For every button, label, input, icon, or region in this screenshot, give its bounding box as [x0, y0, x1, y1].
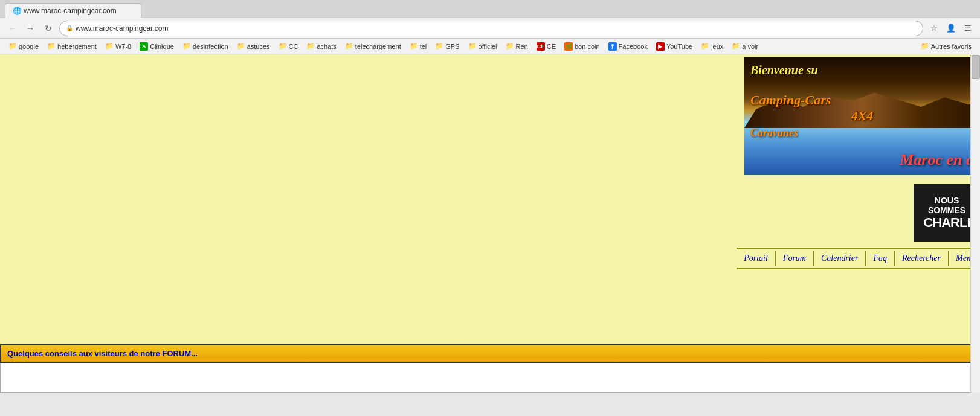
- folder-icon: 📁: [279, 42, 287, 50]
- bm-w7-8-label: W7-8: [115, 43, 131, 50]
- site-banner: Bienvenue su Camping-Cars 4X4 Caravanes …: [744, 57, 980, 175]
- bm-clinique-label: Clinique: [150, 43, 174, 50]
- bm-hebergement-label: hebergement: [57, 43, 97, 50]
- banner-4x4: 4X4: [750, 108, 974, 124]
- banner-image: Bienvenue su Camping-Cars 4X4 Caravanes …: [744, 57, 980, 175]
- bm-ren[interactable]: 📁 Ren: [502, 41, 532, 51]
- bm-other-label: Autres favoris: [931, 43, 972, 50]
- folder-icon: 📁: [237, 42, 245, 50]
- folder-icon: 📁: [8, 42, 17, 50]
- tab-favicon: 🌐: [13, 7, 22, 15]
- bm-desinfection[interactable]: 📁 desinfection: [179, 41, 232, 51]
- charlie-sommes: SOMMES: [928, 205, 965, 215]
- bm-telechargement-label: telechargement: [355, 43, 401, 50]
- banner-camping-cars: Camping-Cars: [750, 92, 974, 108]
- bm-hebergement[interactable]: 📁 hebergement: [44, 41, 100, 51]
- bm-youtube-label: YouTube: [666, 43, 692, 50]
- bm-other-favorites[interactable]: 📁 Autres favoris: [917, 41, 975, 51]
- folder-icon: 📁: [468, 42, 477, 50]
- bm-gps-label: GPS: [445, 43, 459, 50]
- forward-button[interactable]: →: [23, 21, 37, 36]
- bm-google-label: google: [19, 43, 39, 50]
- bm-achats[interactable]: 📁 achats: [303, 41, 340, 51]
- folder-icon: 📁: [410, 42, 418, 50]
- browser-window: 🌐 www.maroc-campingcar.com ← → ↻ 🔒 www.m…: [0, 0, 980, 416]
- bm-cc-label: CC: [289, 43, 298, 50]
- toolbar-right: ☆ 👤 ☰: [927, 21, 975, 36]
- folder-icon: 📁: [47, 42, 56, 50]
- banner-caravanes: Caravanes: [750, 127, 974, 139]
- url-display: www.maroc-campingcar.com: [76, 24, 168, 33]
- folder-icon: 📁: [345, 42, 353, 50]
- bm-tel[interactable]: 📁 tel: [406, 41, 431, 51]
- banner-maroc: Maroc en a: [900, 151, 974, 169]
- announcement-title[interactable]: Quelques conseils aux visiteurs de notre…: [7, 349, 198, 358]
- charlie-nous: NOUS: [935, 196, 959, 205]
- nav-portail[interactable]: Portail: [737, 251, 776, 266]
- address-bar-row: ← → ↻ 🔒 www.maroc-campingcar.com ☆ 👤 ☰: [0, 18, 980, 39]
- bm-cc[interactable]: 📁 CC: [275, 41, 302, 51]
- bm-a-voir[interactable]: 📁 a voir: [728, 41, 762, 51]
- page-content-area: Bienvenue su Camping-Cars 4X4 Caravanes …: [0, 54, 980, 393]
- profile-icon[interactable]: 👤: [944, 21, 958, 36]
- folder-icon: 📁: [701, 42, 709, 50]
- folder-icon: 📁: [105, 42, 114, 50]
- bm-desinfection-label: desinfection: [193, 43, 228, 50]
- bm-google[interactable]: 📁 google: [5, 41, 42, 51]
- tab-bar: 🌐 www.maroc-campingcar.com: [0, 0, 980, 18]
- scrollbar-thumb[interactable]: [972, 55, 980, 79]
- menu-icon[interactable]: ☰: [961, 21, 975, 36]
- nav-menu: Portail Forum Calendrier Faq Rechercher …: [737, 248, 980, 269]
- announcement-bar: Quelques conseils aux visiteurs de notre…: [0, 344, 980, 363]
- bm-a-voir-label: a voir: [742, 43, 758, 50]
- folder-icon: 📁: [306, 42, 315, 50]
- folder-icon: 📁: [435, 42, 443, 50]
- folder-icon: 📁: [732, 42, 740, 50]
- star-icon[interactable]: ☆: [927, 21, 941, 36]
- nav-calendrier[interactable]: Calendrier: [814, 251, 866, 266]
- bm-facebook-label: Facebook: [619, 43, 648, 50]
- scrollbar-track[interactable]: [970, 54, 980, 393]
- ce-icon: CE: [537, 42, 545, 51]
- refresh-button[interactable]: ↻: [41, 21, 56, 36]
- bm-astuces[interactable]: 📁 astuces: [233, 41, 274, 51]
- lock-icon: 🔒: [66, 25, 73, 31]
- announcement-content: [0, 363, 980, 393]
- banner-bienvenue-text: Bienvenue su: [750, 63, 974, 77]
- bm-youtube[interactable]: ▶ YouTube: [653, 41, 696, 52]
- bm-w7-8[interactable]: 📁 W7-8: [102, 41, 135, 51]
- boncoin-icon: 🌿: [564, 42, 573, 51]
- bm-bon-coin[interactable]: 🌿 bon coin: [561, 41, 604, 52]
- bm-clinique[interactable]: A Clinique: [136, 41, 178, 52]
- nav-forum[interactable]: Forum: [776, 251, 814, 266]
- bm-bon-coin-label: bon coin: [575, 43, 600, 50]
- page-main: Bienvenue su Camping-Cars 4X4 Caravanes …: [0, 54, 980, 393]
- bm-jeux[interactable]: 📁 jeux: [697, 41, 727, 51]
- folder-icon: 📁: [506, 42, 514, 50]
- bm-telechargement[interactable]: 📁 telechargement: [341, 41, 405, 51]
- back-button[interactable]: ←: [5, 21, 19, 36]
- charlie-name: CHARLI: [923, 215, 970, 231]
- address-box[interactable]: 🔒 www.maroc-campingcar.com: [59, 21, 923, 36]
- clinique-icon: A: [140, 42, 148, 51]
- tab-title: www.maroc-campingcar.com: [24, 7, 116, 15]
- bm-jeux-label: jeux: [711, 43, 723, 50]
- bm-achats-label: achats: [317, 43, 336, 50]
- announcement-section: Quelques conseils aux visiteurs de notre…: [0, 344, 980, 393]
- banner-text: Bienvenue su Camping-Cars 4X4 Caravanes …: [744, 57, 980, 175]
- bm-officiel[interactable]: 📁 officiel: [465, 41, 501, 51]
- bm-gps[interactable]: 📁 GPS: [431, 41, 463, 51]
- youtube-icon: ▶: [656, 42, 665, 51]
- bookmarks-bar: 📁 google 📁 hebergement 📁 W7-8 A Clinique…: [0, 39, 980, 54]
- bm-astuces-label: astuces: [247, 43, 270, 50]
- bm-facebook[interactable]: f Facebook: [605, 41, 651, 52]
- bm-ce[interactable]: CE CE: [533, 41, 559, 52]
- nav-faq[interactable]: Faq: [866, 251, 895, 266]
- facebook-icon: f: [608, 42, 617, 51]
- bm-ce-label: CE: [547, 43, 556, 50]
- nav-rechercher[interactable]: Rechercher: [895, 251, 949, 266]
- active-tab[interactable]: 🌐 www.maroc-campingcar.com: [5, 3, 141, 18]
- bm-tel-label: tel: [420, 43, 427, 50]
- folder-icon: 📁: [921, 42, 929, 50]
- bm-officiel-label: officiel: [479, 43, 497, 50]
